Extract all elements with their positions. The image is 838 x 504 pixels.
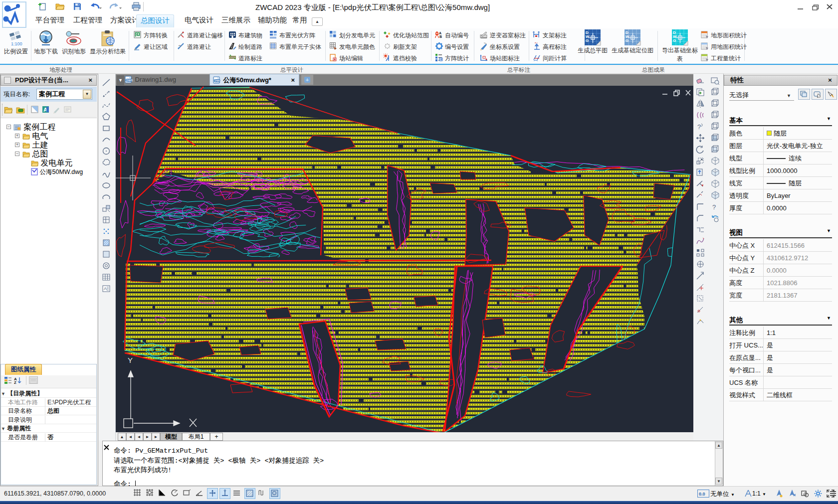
svg-text:G: G xyxy=(626,38,628,43)
svg-text:B: B xyxy=(439,35,442,38)
svg-text:?: ? xyxy=(712,203,716,211)
svg-text:G: G xyxy=(673,38,676,43)
svg-text:DWG: DWG xyxy=(126,79,133,82)
svg-text:G: G xyxy=(586,38,589,43)
svg-text:0.0: 0.0 xyxy=(699,492,705,497)
svg-text:Y: Y xyxy=(128,356,133,364)
svg-text:DWG: DWG xyxy=(214,79,221,82)
svg-text:?: ? xyxy=(697,123,701,131)
svg-text:1:100: 1:100 xyxy=(11,41,22,46)
svg-text:A: A xyxy=(104,286,107,291)
svg-text:A: A xyxy=(439,31,441,35)
svg-text:Z: Z xyxy=(14,380,16,384)
